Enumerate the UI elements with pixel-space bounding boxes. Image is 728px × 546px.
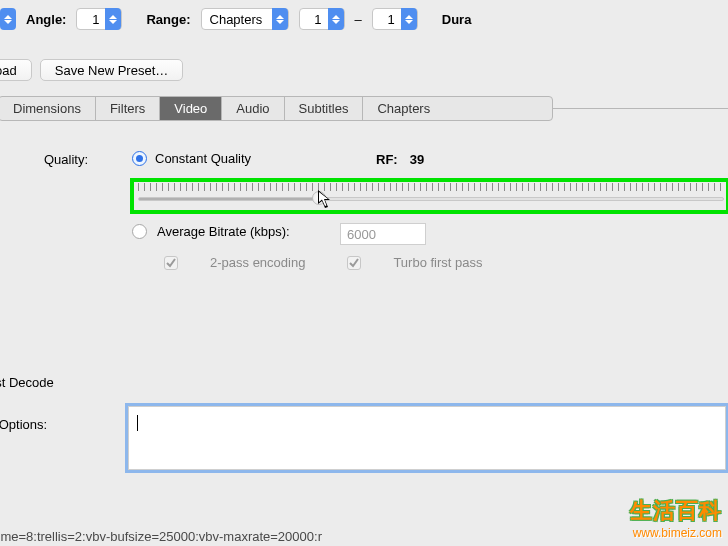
range-from-value[interactable]: 1 — [300, 12, 328, 27]
range-from-stepper[interactable]: 1 — [299, 8, 345, 30]
tab-video[interactable]: Video — [160, 97, 222, 120]
two-pass-label: 2-pass encoding — [210, 255, 305, 270]
quality-slider[interactable] — [138, 183, 724, 207]
additional-options-input[interactable] — [128, 406, 726, 470]
angle-stepper[interactable]: 1 — [76, 8, 122, 30]
quality-label: Quality: — [44, 152, 88, 167]
text-caret — [137, 415, 138, 431]
check-icon — [349, 258, 359, 268]
fast-decode-label: ast Decode — [0, 375, 54, 390]
tab-chapters[interactable]: Chapters — [363, 97, 444, 120]
stepper-arrows-icon[interactable] — [105, 8, 121, 30]
bitrate-placeholder: 6000 — [347, 227, 376, 242]
bitrate-input[interactable]: 6000 — [340, 223, 426, 245]
stepper-arrows-icon[interactable] — [328, 8, 344, 30]
bitrate-options: 2-pass encoding Turbo first pass — [164, 255, 483, 270]
rf-value: 39 — [410, 152, 424, 167]
save-preset-button[interactable]: Save New Preset… — [40, 59, 183, 81]
range-to-stepper[interactable]: 1 — [372, 8, 418, 30]
duration-label: Dura — [442, 12, 472, 27]
stepper-arrows-icon[interactable] — [401, 8, 417, 30]
check-icon — [166, 258, 176, 268]
angle-value[interactable]: 1 — [77, 12, 105, 27]
source-options-row: Angle: 1 Range: Chapters 1 – 1 Dura — [0, 6, 728, 32]
average-bitrate-row: Average Bitrate (kbps): — [132, 224, 290, 239]
title-stepper-icon[interactable] — [0, 8, 16, 30]
slider-track[interactable] — [138, 197, 724, 201]
x264-params-text: lct=0:subme=8:trellis=2:vbv-bufsize=2500… — [0, 529, 322, 544]
range-label: Range: — [146, 12, 190, 27]
tab-dimensions[interactable]: Dimensions — [0, 97, 96, 120]
constant-quality-row: Constant Quality — [132, 151, 251, 166]
tab-subtitles[interactable]: Subtitles — [285, 97, 364, 120]
watermark: 生活百科 www.bimeiz.com — [630, 496, 722, 540]
select-arrows-icon[interactable] — [272, 8, 288, 30]
cursor-icon — [318, 190, 334, 210]
range-type-value: Chapters — [202, 12, 272, 27]
constant-quality-label: Constant Quality — [155, 151, 251, 166]
preset-button-row: eload Save New Preset… — [0, 56, 728, 84]
two-pass-checkbox[interactable] — [164, 256, 178, 270]
constant-quality-radio[interactable] — [132, 151, 147, 166]
average-bitrate-radio[interactable] — [132, 224, 147, 239]
range-to-value[interactable]: 1 — [373, 12, 401, 27]
turbo-checkbox[interactable] — [347, 256, 361, 270]
rf-readout: RF: 39 — [376, 152, 424, 167]
tab-filters[interactable]: Filters — [96, 97, 160, 120]
angle-label: Angle: — [26, 12, 66, 27]
reload-button[interactable]: eload — [0, 59, 32, 81]
slider-ticks — [138, 183, 724, 191]
tab-audio[interactable]: Audio — [222, 97, 284, 120]
turbo-label: Turbo first pass — [393, 255, 482, 270]
range-type-select[interactable]: Chapters — [201, 8, 289, 30]
average-bitrate-label: Average Bitrate (kbps): — [157, 224, 290, 239]
watermark-url: www.bimeiz.com — [630, 526, 722, 540]
settings-tabbar: Dimensions Filters Video Audio Subtitles… — [0, 96, 728, 121]
rf-label: RF: — [376, 152, 398, 167]
range-dash: – — [355, 12, 362, 27]
watermark-title: 生活百科 — [630, 496, 722, 526]
additional-options-label: tional Options: — [0, 417, 47, 432]
